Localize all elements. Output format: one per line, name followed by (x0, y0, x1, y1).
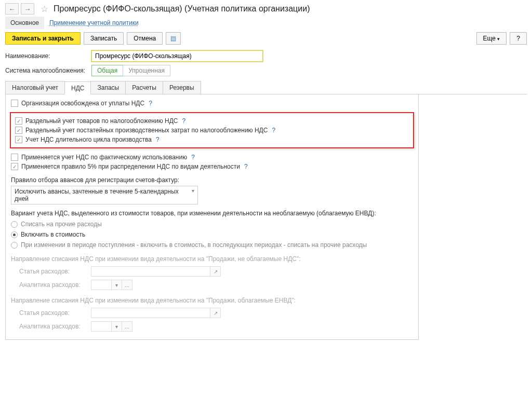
separate-costs-label: Раздельный учет постатейных производстве… (25, 127, 268, 134)
factual-use-label: Применяется учет НДС по фактическому исп… (21, 154, 187, 161)
expense-analytics-label-2: Аналитика расходов: (19, 323, 87, 330)
advance-rule-select[interactable]: Исключить авансы, зачтенные в течение 5-… (11, 186, 198, 204)
tab-tax-accounting[interactable]: Налоговый учет (5, 81, 65, 94)
expense-item-input-1[interactable] (91, 266, 210, 277)
factual-use-checkbox[interactable] (11, 154, 18, 161)
exempt-label: Организация освобождена от уплаты НДС (21, 100, 144, 107)
save-button[interactable]: Записать (84, 32, 124, 45)
ellipsis-icon[interactable]: … (122, 321, 132, 332)
radio-writeoff-label: Списать на прочие расходы (21, 221, 102, 228)
main-tab-policy-application[interactable]: Применение учетной политики (44, 17, 144, 29)
page-title: Промресурс (ФИФО-скользящая) (Учетная по… (54, 4, 310, 13)
tax-general-button[interactable]: Общая (91, 65, 123, 76)
more-menu-button[interactable]: Еще ▾ (476, 32, 507, 45)
rule-5pct-label: Применяется правило 5% при распределении… (21, 163, 240, 170)
expense-item-input-2[interactable] (91, 308, 210, 318)
report-icon-button[interactable]: ▤ (166, 32, 181, 45)
direction2-label: Направление списания НДС при изменении в… (11, 297, 413, 304)
long-cycle-label: Учет НДС длительного цикла производства (25, 136, 152, 143)
exempt-checkbox[interactable] (11, 100, 18, 107)
nav-back-button[interactable]: ← (5, 3, 19, 15)
expense-analytics-input-2[interactable] (91, 321, 112, 332)
expense-item-label-2: Статья расходов: (19, 309, 87, 317)
dropdown-icon[interactable]: ▾ (112, 321, 122, 332)
separate-goods-label: Раздельный учет товаров по налогообложен… (25, 117, 178, 125)
help-icon[interactable]: ? (191, 154, 195, 161)
name-input[interactable] (91, 50, 263, 62)
expense-analytics-input-1[interactable] (91, 280, 112, 290)
expense-item-label: Статья расходов: (19, 268, 87, 275)
vat-panel: Организация освобождена от уплаты НДС ? … (5, 94, 419, 340)
ellipsis-icon[interactable]: … (122, 280, 132, 290)
open-icon[interactable]: ↗ (210, 266, 221, 277)
highlighted-section: Раздельный учет товаров по налогообложен… (10, 112, 414, 148)
direction1-label: Направление списания НДС при изменении в… (11, 255, 413, 263)
help-icon[interactable]: ? (244, 163, 248, 170)
save-and-close-button[interactable]: Записать и закрыть (5, 32, 81, 45)
document-icon: ▤ (170, 35, 176, 42)
dropdown-icon[interactable]: ▾ (112, 280, 122, 290)
tab-inventory[interactable]: Запасы (90, 81, 126, 94)
main-tab-general[interactable]: Основное (5, 17, 44, 29)
help-icon[interactable]: ? (272, 127, 275, 134)
tax-simplified-button[interactable]: Упрощенная (123, 65, 170, 76)
radio-writeoff[interactable] (11, 221, 18, 228)
radio-include-cost-label: Включить в стоимость (21, 231, 85, 238)
favorite-star-icon[interactable]: ☆ (41, 4, 48, 15)
long-cycle-checkbox[interactable] (15, 136, 22, 143)
radio-include-cost[interactable] (11, 231, 18, 238)
chevron-down-icon: ▾ (497, 36, 500, 42)
tax-system-label: Система налогообложения: (5, 67, 88, 74)
help-icon[interactable]: ? (149, 100, 152, 107)
name-label: Наименование: (5, 52, 88, 60)
radio-mixed-label: При изменении в периоде поступления - вк… (21, 241, 367, 249)
nav-forward-button[interactable]: → (21, 3, 34, 15)
help-icon[interactable]: ? (156, 136, 159, 143)
advance-rule-label: Правило отбора авансов для регистрации с… (11, 176, 413, 184)
tab-vat[interactable]: НДС (64, 81, 91, 94)
help-icon[interactable]: ? (182, 117, 185, 125)
expense-analytics-label: Аналитика расходов: (19, 281, 87, 289)
tab-settlements[interactable]: Расчеты (125, 81, 163, 94)
variant-label: Вариант учета НДС, выделенного из стоимо… (11, 210, 413, 217)
help-button[interactable]: ? (510, 32, 527, 45)
cancel-button[interactable]: Отмена (127, 32, 163, 45)
tab-reserves[interactable]: Резервы (163, 81, 201, 94)
radio-mixed[interactable] (11, 242, 18, 249)
separate-costs-checkbox[interactable] (15, 127, 22, 134)
separate-goods-checkbox[interactable] (15, 117, 22, 125)
open-icon[interactable]: ↗ (210, 308, 221, 318)
rule-5pct-checkbox[interactable] (11, 163, 18, 170)
